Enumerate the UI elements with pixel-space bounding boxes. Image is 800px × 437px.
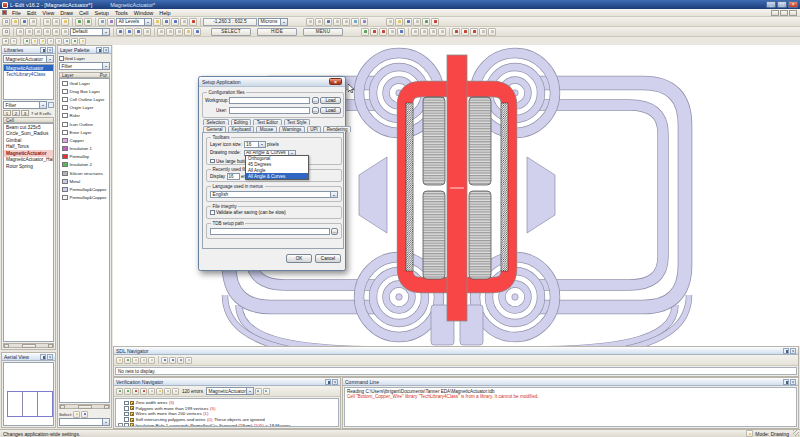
menu-help[interactable]: Help	[156, 10, 173, 16]
wire-width-icon[interactable]	[63, 38, 70, 45]
cell-row-active[interactable]: MagneticActuator	[4, 150, 53, 157]
list-item[interactable]: TechLibrary4Class	[4, 71, 53, 77]
verify-icon[interactable]	[422, 18, 430, 26]
boolean-and-icon[interactable]	[411, 28, 419, 36]
print-icon[interactable]	[29, 18, 37, 26]
cell-row[interactable]: Rotor Spring	[4, 163, 53, 170]
open-file-icon[interactable]	[11, 18, 19, 26]
layer-row[interactable]: Cell Outline Layer	[60, 95, 109, 103]
child-minimize-button[interactable]	[771, 10, 779, 16]
layer-swatch[interactable]	[62, 187, 68, 192]
close-icon[interactable]: ×	[103, 47, 109, 53]
wire-tool-icon[interactable]	[34, 28, 42, 36]
rule-checkbox[interactable]	[124, 423, 129, 427]
redo-icon[interactable]	[84, 18, 92, 26]
close-icon[interactable]: ×	[47, 47, 53, 53]
open-netlist-icon[interactable]	[116, 357, 123, 364]
close-button[interactable]: ×	[788, 1, 798, 8]
select-objects-icon[interactable]	[73, 411, 80, 418]
pin-icon[interactable]	[96, 47, 102, 53]
scroll-right-arrow[interactable]	[48, 344, 53, 348]
menu-setup[interactable]: Setup	[92, 10, 112, 16]
layer-list[interactable]: Grid Layer Drag Box Layer Cell Outline L…	[59, 78, 110, 403]
library-combo[interactable]: MagneticActuator	[3, 55, 54, 63]
cell-list[interactable]: Beam cut 325x5 Circle_Sum_Radius Gimbal …	[3, 123, 54, 342]
layer-row[interactable]: Copper	[60, 136, 109, 144]
lock-icon[interactable]	[324, 18, 332, 26]
ungroup-icon[interactable]	[342, 18, 350, 26]
use-large-buttons-checkbox[interactable]	[210, 159, 215, 164]
zoom-all-icon[interactable]	[134, 28, 142, 36]
document-tab[interactable]: MagneticActuator*	[110, 2, 155, 8]
layer-row[interactable]: Permalloy&Copper	[60, 185, 109, 193]
horizontal-scrollbar[interactable]	[3, 343, 54, 348]
show-all-icon[interactable]	[23, 38, 30, 45]
drawing-mode-dropdown[interactable]: Orthogonal 45 Degrees All Angle All Angl…	[245, 155, 309, 180]
recent-count-field[interactable]: 16	[227, 173, 240, 180]
prev-error-icon[interactable]	[255, 388, 262, 395]
tab-mouse[interactable]: Mouse	[256, 126, 277, 132]
snap-icon[interactable]	[413, 18, 421, 26]
tdb-path-field[interactable]	[210, 228, 330, 235]
minimize-button[interactable]: _	[766, 1, 776, 8]
highlight-icon[interactable]	[177, 357, 184, 364]
measure-icon[interactable]	[157, 28, 165, 36]
x-rule3-icon[interactable]	[470, 28, 478, 36]
layer-swatch[interactable]	[62, 130, 68, 135]
goto-icon[interactable]	[351, 18, 359, 26]
x-rule-icon[interactable]	[452, 28, 460, 36]
pass-check-icon[interactable]	[124, 388, 131, 395]
layer-swatch[interactable]	[62, 195, 68, 200]
cell-filter-combo[interactable]: Filter	[3, 101, 47, 109]
hide-all-icon[interactable]	[31, 38, 38, 45]
menu-tools[interactable]: Tools	[112, 10, 131, 16]
resize-grip[interactable]	[793, 430, 799, 436]
rule-checkbox[interactable]	[124, 406, 129, 411]
undo-icon[interactable]	[75, 18, 83, 26]
tab-selection[interactable]: Selection	[203, 119, 229, 125]
layer-swatch[interactable]	[62, 179, 68, 184]
layer-checkbox[interactable]	[59, 56, 64, 61]
layer-row[interactable]: Metal	[60, 177, 109, 185]
group-icon[interactable]	[333, 18, 341, 26]
align-icon[interactable]	[184, 28, 192, 36]
ruler-icon[interactable]	[315, 18, 323, 26]
layer-row[interactable]: Insulation 2	[60, 161, 109, 169]
flip-icon[interactable]	[175, 28, 183, 36]
layer-swatch[interactable]	[62, 171, 68, 176]
layer-icon-size-combo[interactable]: 16	[244, 141, 266, 148]
flag-pass-icon[interactable]	[361, 28, 369, 36]
design-check-icon[interactable]	[189, 18, 197, 26]
settings-icon[interactable]	[55, 38, 62, 45]
tab-upi[interactable]: UPI	[307, 126, 322, 132]
new-file-icon[interactable]	[2, 18, 10, 26]
page-tab-3[interactable]: 3	[21, 110, 29, 116]
slice-icon[interactable]	[429, 28, 437, 36]
close-icon[interactable]: ×	[790, 348, 796, 354]
validate-after-saving-checkbox[interactable]	[210, 210, 215, 215]
dialog-title-bar[interactable]: Setup Application ×	[199, 77, 345, 87]
horizontal-scrollbar[interactable]	[59, 404, 110, 409]
menu-draw[interactable]: Draw	[57, 10, 76, 16]
drc-icon[interactable]	[431, 18, 439, 26]
aerial-viewport-rect[interactable]	[7, 391, 53, 417]
layer-swatch[interactable]	[62, 154, 68, 159]
tab-editing[interactable]: Editing	[231, 119, 252, 125]
paste-icon[interactable]	[61, 18, 69, 26]
layer-swatch[interactable]	[62, 113, 68, 118]
language-combo[interactable]: English	[210, 191, 338, 198]
box-tool-icon[interactable]	[16, 28, 24, 36]
rule-checkbox[interactable]	[124, 412, 129, 417]
page-tab-1[interactable]: 1	[3, 110, 11, 116]
exchange-view-icon[interactable]	[360, 18, 368, 26]
command-line-log[interactable]: Reading C:\Users\jbrigant\Documents\Tann…	[344, 387, 797, 427]
maximize-button[interactable]: ▢	[777, 1, 787, 8]
units-combo[interactable]: Microns	[258, 18, 288, 26]
move-edge-icon[interactable]	[488, 28, 496, 36]
ok-button[interactable]: OK	[286, 254, 312, 263]
edit-inplace-icon[interactable]	[397, 28, 405, 36]
pin-icon[interactable]	[325, 379, 331, 385]
menu-view[interactable]: View	[39, 10, 57, 16]
tab-text-style[interactable]: Text Style	[284, 119, 311, 125]
flag-stop-icon[interactable]	[379, 28, 387, 36]
